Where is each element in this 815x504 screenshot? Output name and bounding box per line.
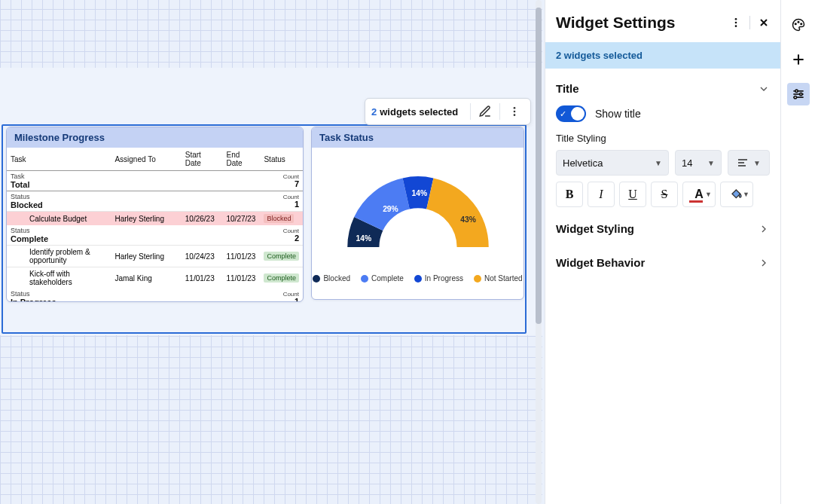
svg-point-9 — [735, 25, 737, 27]
palette-icon[interactable] — [787, 14, 810, 36]
svg-point-0 — [514, 107, 516, 109]
group-total: Task Total Count 7 — [7, 171, 303, 191]
status-badge: Complete — [264, 252, 299, 261]
widget-title: Milestone Progress — [7, 127, 303, 148]
widget-settings-panel: Widget Settings 2 widgets selected Title… — [545, 0, 780, 504]
legend-dot-icon — [361, 275, 368, 283]
align-left-icon — [737, 157, 749, 169]
sliders-icon[interactable] — [787, 83, 810, 105]
col-status: Status — [260, 148, 303, 171]
status-badge: Blocked — [264, 214, 294, 223]
widget-task-status[interactable]: Task Status 14% 29% — [311, 127, 524, 300]
svg-point-8 — [735, 22, 737, 24]
legend-dot-icon — [414, 275, 422, 283]
toolbar-separator — [499, 103, 500, 120]
svg-text:14%: 14% — [356, 234, 371, 243]
selection-text: widgets selected — [380, 106, 458, 118]
edit-icon[interactable] — [475, 102, 495, 121]
panel-title: Widget Settings — [556, 14, 675, 32]
milestone-table: Task Assigned To Start Date End Date Sta… — [7, 148, 303, 302]
text-align-select[interactable]: ▼ — [728, 150, 770, 176]
selection-bar: 2 widgets selected — [545, 42, 780, 69]
legend-dot-icon — [313, 275, 320, 283]
svg-point-21 — [799, 93, 801, 95]
table-row[interactable]: Calculate Budget Harley Sterling 10/26/2… — [7, 212, 303, 226]
paint-bucket-icon — [731, 188, 743, 200]
svg-point-13 — [795, 23, 796, 25]
widget-title: Task Status — [312, 127, 523, 148]
caret-down-icon: ▼ — [707, 159, 715, 167]
caret-down-icon: ▼ — [743, 191, 749, 198]
col-task: Task — [7, 148, 111, 171]
text-color-button[interactable]: A ▼ — [682, 182, 716, 207]
legend-dot-icon — [474, 275, 481, 283]
svg-text:14%: 14% — [411, 189, 427, 197]
caret-down-icon: ▼ — [705, 191, 712, 198]
separator — [749, 16, 750, 29]
table-row[interactable]: Identify problem & opportunity Harley St… — [7, 246, 303, 267]
chevron-down-icon — [758, 83, 770, 95]
svg-text:43%: 43% — [460, 215, 476, 224]
selection-count: 2 — [371, 106, 377, 118]
col-start: Start Date — [182, 148, 223, 171]
svg-point-2 — [514, 114, 516, 116]
show-title-label: Show title — [595, 108, 641, 120]
section-title-header[interactable]: Title — [556, 78, 770, 99]
right-icon-rail — [780, 0, 815, 504]
canvas-scrollbar[interactable] — [536, 0, 542, 504]
section-widget-styling[interactable]: Widget Styling — [545, 212, 780, 246]
svg-point-7 — [735, 18, 737, 20]
toolbar-separator — [470, 103, 471, 120]
section-widget-behavior[interactable]: Widget Behavior — [545, 246, 780, 279]
font-family-select[interactable]: Helvetica ▼ — [556, 150, 669, 176]
caret-down-icon: ▼ — [753, 159, 761, 167]
svg-text:29%: 29% — [383, 205, 398, 213]
underline-button[interactable]: U — [619, 182, 646, 207]
dashboard-canvas: ard 2 widgets selected Milestone Progres… — [0, 0, 542, 504]
svg-point-1 — [514, 111, 516, 113]
selection-toolbar: 2 widgets selected — [365, 98, 531, 125]
bold-button[interactable]: B — [556, 182, 583, 207]
chart-legend: Blocked Complete In Progress Not Started — [313, 274, 522, 283]
italic-button[interactable]: I — [588, 182, 615, 207]
title-styling-label: Title Styling — [556, 133, 770, 144]
col-assignee: Assigned To — [111, 148, 181, 171]
svg-point-15 — [800, 23, 801, 25]
svg-point-23 — [794, 96, 796, 99]
svg-point-14 — [798, 21, 799, 23]
fill-color-button[interactable]: ▼ — [720, 182, 753, 207]
close-icon[interactable] — [758, 17, 770, 29]
show-title-toggle[interactable]: ✓ — [556, 105, 586, 122]
font-size-select[interactable]: 14 ▼ — [675, 150, 722, 176]
caret-down-icon: ▼ — [655, 159, 662, 167]
add-icon[interactable] — [787, 48, 810, 71]
group-blocked: Status Blocked Count 1 — [7, 191, 303, 212]
group-inprogress: Status In Progress Count 1 — [7, 289, 303, 302]
group-complete: Status Complete Count 2 — [7, 225, 303, 246]
strikethrough-button[interactable]: S — [651, 182, 678, 207]
status-badge: Complete — [264, 273, 299, 283]
more-vertical-icon[interactable] — [505, 102, 524, 121]
more-vertical-icon[interactable] — [730, 17, 742, 29]
chevron-right-icon — [758, 257, 770, 269]
svg-point-19 — [795, 90, 797, 92]
col-end: End Date — [223, 148, 261, 171]
widget-milestone-progress[interactable]: Milestone Progress Task Assigned To Star… — [6, 127, 304, 302]
chevron-right-icon — [758, 223, 770, 235]
table-row[interactable]: Kick-off with stakeholders Jamal King 11… — [7, 267, 303, 289]
donut-chart: 14% 29% 14% 43% — [320, 155, 516, 268]
